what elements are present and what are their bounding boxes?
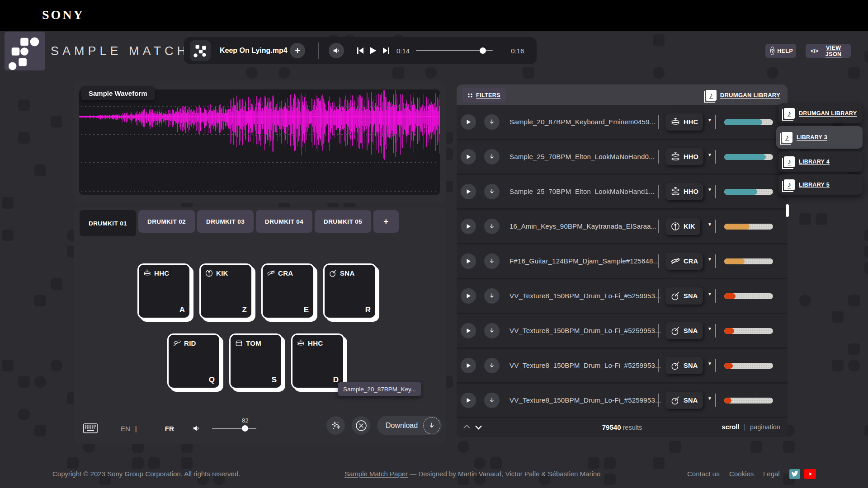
row-divider <box>715 150 716 164</box>
skip-back-icon <box>356 47 365 55</box>
row-download-button[interactable] <box>484 184 500 199</box>
row-play-button[interactable] <box>461 358 476 373</box>
skip-back-button[interactable] <box>356 47 365 55</box>
type-badge[interactable]: SNA <box>665 357 703 374</box>
lang-fr[interactable]: FR <box>165 425 174 432</box>
type-badge[interactable]: HHO <box>665 183 703 200</box>
row-download-button[interactable] <box>484 219 500 234</box>
tab-drumkit-02[interactable]: DRUMKIT 02 <box>138 210 195 233</box>
row-download-button[interactable] <box>484 288 500 304</box>
cookies-link[interactable]: Cookies <box>729 470 754 478</box>
row-play-button[interactable] <box>461 323 476 338</box>
volume-icon[interactable] <box>192 424 201 432</box>
app-logo[interactable] <box>5 32 45 70</box>
twitter-icon[interactable] <box>789 469 800 479</box>
type-dropdown-arrow[interactable]: ▼ <box>705 291 715 297</box>
skip-forward-button[interactable] <box>382 47 391 55</box>
scroll-mode[interactable]: scroll <box>722 423 740 431</box>
row-download-button[interactable] <box>484 323 500 338</box>
tab-drumkit-01[interactable]: DRUMKIT 01 <box>80 210 136 236</box>
row-play-button[interactable] <box>461 114 476 130</box>
row-play-button[interactable] <box>461 288 476 304</box>
type-badge[interactable]: SNA <box>665 392 703 409</box>
tab-drumkit-03[interactable]: DRUMKIT 03 <box>197 210 254 233</box>
pad-sna-r[interactable]: SNAR <box>323 263 377 319</box>
row-download-button[interactable] <box>484 253 500 269</box>
credits: Sample Match Paper — Designed by Martin … <box>344 470 600 478</box>
row-play-button[interactable] <box>461 219 476 234</box>
dropdown-scrollbar[interactable] <box>786 204 789 217</box>
type-dropdown-arrow[interactable]: ▼ <box>705 117 715 123</box>
pad-cra-e[interactable]: CRAE <box>261 263 315 319</box>
dropdown-item-library-4[interactable]: ♪LIBRARY 4 <box>778 151 863 172</box>
type-badge[interactable]: HHO <box>665 148 703 165</box>
file-icon <box>190 40 211 61</box>
row-divider <box>658 359 659 372</box>
type-dropdown-arrow[interactable]: ▼ <box>705 361 715 366</box>
pad-label: HHC <box>154 269 169 277</box>
match-bar <box>724 293 773 299</box>
match-bar <box>724 119 773 125</box>
library-select-button[interactable]: ♪ DRUMGAN LIBRARY <box>703 88 783 103</box>
filters-button[interactable]: FILTERS <box>462 88 506 103</box>
type-badge[interactable]: SNA <box>665 287 703 305</box>
seek-handle[interactable] <box>480 47 486 54</box>
row-play-button[interactable] <box>461 184 476 199</box>
dropdown-item-drumgan-library[interactable]: ♪DRUMGAN LIBRARY <box>778 103 863 123</box>
row-download-button[interactable] <box>484 393 500 408</box>
keyboard-icon[interactable] <box>83 423 98 433</box>
sample-name: VV_Texture8_150BPM_Drum_Lo-Fi_#5259953..… <box>509 292 661 300</box>
type-badge[interactable]: CRA <box>665 253 703 270</box>
pad-rid-q[interactable]: RIDQ <box>167 333 221 389</box>
pad-kik-z[interactable]: KIKZ <box>199 263 253 319</box>
type-dropdown-arrow[interactable]: ▼ <box>705 152 715 158</box>
legal-link[interactable]: Legal <box>763 470 780 478</box>
type-dropdown-arrow[interactable]: ▼ <box>705 187 715 192</box>
row-play-button[interactable] <box>461 253 476 269</box>
pagination-mode[interactable]: pagination <box>750 423 780 431</box>
type-dropdown-arrow[interactable]: ▼ <box>705 221 715 227</box>
type-badge[interactable]: SNA <box>665 322 703 339</box>
seek-slider[interactable] <box>416 47 493 54</box>
row-download-button[interactable] <box>484 114 500 130</box>
row-download-button[interactable] <box>484 149 500 164</box>
match-bar-fill <box>724 154 766 160</box>
pad-hhc-d[interactable]: HHCD <box>291 333 344 389</box>
type-badge[interactable]: KIK <box>665 218 700 235</box>
type-dropdown-arrow[interactable]: ▼ <box>705 395 715 401</box>
sample-name: Sample_25_70BPM_Elton_LookMaNoHand1... <box>509 188 655 195</box>
tab-drumkit-05[interactable]: DRUMKIT 05 <box>315 210 371 233</box>
dropdown-item-library-3[interactable]: ♪LIBRARY 3 <box>776 126 863 149</box>
view-json-button[interactable]: </> VIEW JSON <box>806 44 851 58</box>
pad-hhc-a[interactable]: HHCA <box>137 263 191 319</box>
waveform-canvas[interactable] <box>79 89 440 195</box>
download-button[interactable]: Download <box>377 416 442 435</box>
help-button[interactable]: ? HELP <box>765 44 796 58</box>
volume-slider[interactable]: 82 <box>212 425 256 432</box>
contact-link[interactable]: Contact us <box>687 470 720 478</box>
type-badge[interactable]: HHC <box>665 113 703 131</box>
match-bar <box>724 328 773 334</box>
pad-key: Q <box>209 375 215 385</box>
volume-handle[interactable] <box>242 425 248 432</box>
play-button[interactable] <box>369 47 377 55</box>
pad-header: HHC <box>297 339 343 347</box>
generate-button[interactable] <box>326 416 345 435</box>
type-dropdown-arrow[interactable]: ▼ <box>705 326 715 332</box>
youtube-icon[interactable] <box>804 469 816 479</box>
pad-tom-s[interactable]: TOMS <box>229 333 283 389</box>
clear-button[interactable] <box>352 416 370 435</box>
paper-link[interactable]: Sample Match Paper <box>344 470 408 478</box>
dropdown-item-library-5[interactable]: ♪LIBRARY 5 <box>778 174 863 195</box>
tab-drumkit-04[interactable]: DRUMKIT 04 <box>256 210 312 233</box>
sample-row: 16_Amin_Keys_90BPM_Kaytranada_ElSaraa...… <box>457 210 788 243</box>
row-play-button[interactable] <box>461 393 476 408</box>
add-file-button[interactable]: + <box>290 43 305 58</box>
add-drumkit-tab[interactable]: + <box>373 210 399 233</box>
lang-en[interactable]: EN <box>121 425 130 432</box>
row-play-button[interactable] <box>461 149 476 164</box>
row-download-button[interactable] <box>484 358 500 373</box>
player-divider <box>318 42 319 59</box>
player-volume-button[interactable] <box>329 43 344 58</box>
type-dropdown-arrow[interactable]: ▼ <box>705 256 715 262</box>
